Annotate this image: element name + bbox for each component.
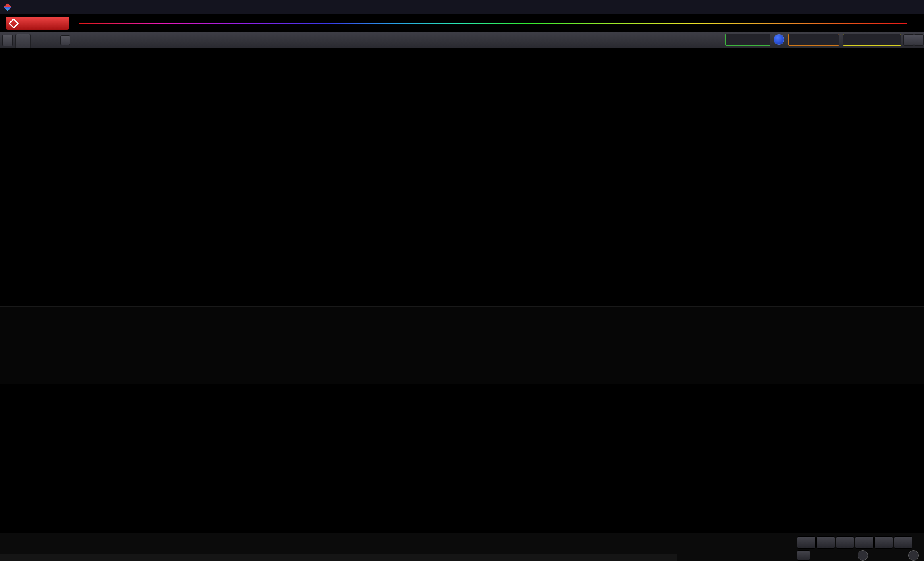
- stop-button[interactable]: [836, 536, 854, 549]
- meter-count-badge: [774, 34, 784, 45]
- continuous-read-button[interactable]: [874, 536, 893, 549]
- deltae-2000-chart: [4, 110, 212, 281]
- maximize-button[interactable]: [895, 0, 908, 14]
- grayscale-swatch-strip: [0, 306, 924, 384]
- next-circle-icon[interactable]: [908, 550, 919, 561]
- tab-history-1[interactable]: [15, 34, 31, 48]
- app-window: [0, 0, 924, 561]
- calman-logo-button[interactable]: [6, 17, 69, 30]
- bottom-bar: [0, 533, 924, 561]
- actual-row-label: [137, 319, 143, 347]
- source-selector[interactable]: [788, 34, 839, 46]
- pattern-window-button[interactable]: [797, 550, 810, 561]
- minimize-button[interactable]: [882, 0, 895, 14]
- rgb-balance-chart: [220, 69, 568, 281]
- settings-gear-button[interactable]: [894, 536, 912, 549]
- calman-diamond-icon: [8, 18, 19, 28]
- level-buttons: [0, 533, 924, 561]
- title-bar: [0, 0, 924, 14]
- settings-gear-button[interactable]: [903, 34, 914, 46]
- layout-grid-button[interactable]: [914, 34, 924, 46]
- back-circle-icon[interactable]: [858, 550, 868, 561]
- meter-selector[interactable]: [725, 34, 770, 46]
- gamma-chart: [572, 69, 924, 281]
- history-pane-toggle[interactable]: [2, 35, 13, 46]
- monitor-button[interactable]: [797, 536, 816, 549]
- play-button[interactable]: [855, 536, 874, 549]
- app-icon: [4, 3, 12, 11]
- record-button[interactable]: [816, 536, 835, 549]
- toolbar: [0, 32, 924, 48]
- display-control-selector[interactable]: [843, 34, 901, 46]
- cie-chromaticity-chart: [179, 391, 345, 512]
- window-controls: [882, 0, 921, 14]
- close-button[interactable]: [908, 0, 921, 14]
- logo-bar: [0, 14, 924, 32]
- add-tab-button[interactable]: [60, 35, 70, 45]
- rainbow-gradient-stripe: [79, 23, 907, 24]
- target-row-label: [137, 348, 143, 376]
